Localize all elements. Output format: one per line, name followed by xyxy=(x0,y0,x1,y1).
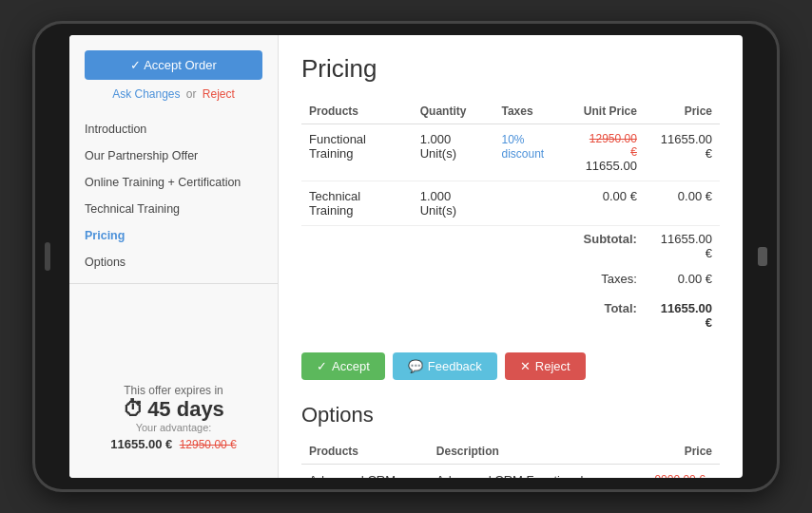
discount-label: 10% discount xyxy=(493,124,572,181)
quantity: 1.000 Unit(s) xyxy=(413,124,494,181)
col-quantity: Quantity xyxy=(413,99,494,124)
sidebar-expires: This offer expires in ⏱ 45 days Your adv… xyxy=(69,372,278,463)
unit-price: 0.00 € xyxy=(573,181,645,226)
accept-button[interactable]: ✓ Accept xyxy=(301,352,385,380)
col-price: Price xyxy=(645,99,720,124)
options-table: Products Description Price Advanced CRM … xyxy=(301,439,720,478)
total-value: 11655.00 € xyxy=(645,294,720,337)
col-products: Products xyxy=(301,99,413,124)
sidebar-divider xyxy=(69,283,278,284)
opt-col-price: Price xyxy=(607,439,720,465)
opt-col-description: Description xyxy=(429,439,607,465)
subtotal-row: Subtotal: 11655.00 € xyxy=(301,226,720,265)
sidebar: Accept Order Ask Changes or Reject Intro… xyxy=(69,35,279,478)
feedback-button[interactable]: 💬 Feedback xyxy=(393,352,497,380)
clock-icon: ⏱ xyxy=(123,397,144,422)
sidebar-actions: Ask Changes or Reject xyxy=(69,87,278,101)
sidebar-item-online-training[interactable]: Online Training + Certification xyxy=(69,169,278,196)
ask-changes-link[interactable]: Ask Changes xyxy=(112,87,180,101)
chat-icon: 💬 xyxy=(408,359,423,373)
pricing-title: Pricing xyxy=(301,54,720,84)
current-price: 11655.00 € xyxy=(110,437,172,451)
opt-description: Advanced CRM Functional 10% discount xyxy=(429,465,607,479)
accept-order-button[interactable]: Accept Order xyxy=(85,50,262,80)
taxes-cell xyxy=(493,181,572,226)
tablet: Accept Order Ask Changes or Reject Intro… xyxy=(35,24,777,489)
unit-price: 12950.00 € 11655.00 xyxy=(573,124,645,181)
subtotal-label: Subtotal: xyxy=(573,226,645,265)
subtotal-value: 11655.00 € xyxy=(645,226,720,265)
opt-product: Advanced CRM Functional xyxy=(301,465,429,479)
sidebar-item-partnership[interactable]: Our Partnership Offer xyxy=(69,142,278,169)
quantity: 1.000 Unit(s) xyxy=(413,181,494,226)
tablet-home-button xyxy=(758,247,767,266)
reject-button[interactable]: ✕ Reject xyxy=(505,352,586,380)
options-title: Options xyxy=(301,403,720,428)
table-row: Advanced CRM Functional Advanced CRM Fun… xyxy=(301,465,720,479)
row-price: 11655.00 € xyxy=(645,124,720,181)
row-price: 0.00 € xyxy=(645,181,720,226)
total-row: Total: 11655.00 € xyxy=(301,294,720,337)
sidebar-item-options[interactable]: Options xyxy=(69,249,278,276)
x-icon: ✕ xyxy=(520,359,531,373)
action-buttons: ✓ Accept 💬 Feedback ✕ Reject xyxy=(301,352,720,380)
taxes-row: Taxes: 0.00 € xyxy=(301,264,720,294)
separator: or xyxy=(186,87,197,101)
expires-label: This offer expires in xyxy=(85,384,262,397)
opt-price: 9000.00 € 8100.00 🛒 xyxy=(607,465,720,479)
reject-link[interactable]: Reject xyxy=(203,87,235,101)
opt-col-products: Products xyxy=(301,439,429,465)
advantage-label: Your advantage: xyxy=(85,422,262,433)
taxes-label: Taxes: xyxy=(573,264,645,294)
price-info: 11655.00 € 12950.00 € xyxy=(85,437,262,451)
total-label: Total: xyxy=(573,294,645,337)
main-content: Pricing Products Quantity Taxes Unit Pri… xyxy=(279,35,743,478)
table-row: Technical Training 1.000 Unit(s) 0.00 € … xyxy=(301,181,720,226)
tablet-side-button xyxy=(45,242,50,271)
product-name: Functional Training xyxy=(301,124,413,181)
pricing-table: Products Quantity Taxes Unit Price Price… xyxy=(301,99,720,337)
taxes-value: 0.00 € xyxy=(645,264,720,294)
old-price: 12950.00 € xyxy=(180,438,237,451)
days-value: 45 days xyxy=(147,397,224,422)
sidebar-item-pricing[interactable]: Pricing xyxy=(69,222,278,249)
sidebar-item-technical-training[interactable]: Technical Training xyxy=(69,196,278,222)
tablet-screen: Accept Order Ask Changes or Reject Intro… xyxy=(69,35,743,478)
col-taxes: Taxes xyxy=(493,99,572,124)
col-unit-price: Unit Price xyxy=(573,99,645,124)
product-name: Technical Training xyxy=(301,181,413,226)
days-display: ⏱ 45 days xyxy=(85,397,262,422)
sidebar-nav: Introduction Our Partnership Offer Onlin… xyxy=(69,116,278,276)
table-row: Functional Training 1.000 Unit(s) 10% di… xyxy=(301,124,720,181)
sidebar-item-introduction[interactable]: Introduction xyxy=(69,116,278,142)
check-icon: ✓ xyxy=(317,359,327,373)
